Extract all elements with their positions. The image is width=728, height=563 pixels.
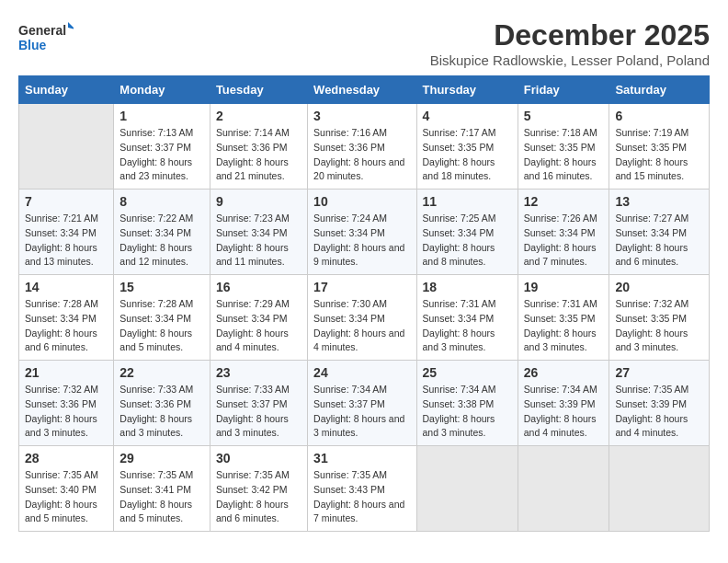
weekday-header-friday: Friday <box>518 76 609 104</box>
calendar-week-row: 21Sunrise: 7:32 AMSunset: 3:36 PMDayligh… <box>19 361 710 446</box>
day-number: 2 <box>216 109 301 123</box>
calendar-day-cell: 31Sunrise: 7:35 AMSunset: 3:43 PMDayligh… <box>308 446 416 532</box>
weekday-header-thursday: Thursday <box>416 76 518 104</box>
calendar-day-cell: 1Sunrise: 7:13 AMSunset: 3:37 PMDaylight… <box>114 104 210 190</box>
day-number: 17 <box>313 280 410 294</box>
calendar-day-cell: 30Sunrise: 7:35 AMSunset: 3:42 PMDayligh… <box>210 446 307 532</box>
day-info: Sunrise: 7:31 AMSunset: 3:34 PMDaylight:… <box>423 297 512 355</box>
calendar-week-row: 28Sunrise: 7:35 AMSunset: 3:40 PMDayligh… <box>19 446 710 532</box>
day-info: Sunrise: 7:14 AMSunset: 3:36 PMDaylight:… <box>216 126 301 184</box>
logo-svg: General Blue <box>18 18 74 59</box>
day-number: 24 <box>313 365 410 380</box>
day-info: Sunrise: 7:35 AMSunset: 3:39 PMDaylight:… <box>615 383 703 441</box>
day-info: Sunrise: 7:35 AMSunset: 3:42 PMDaylight:… <box>216 468 301 526</box>
day-info: Sunrise: 7:34 AMSunset: 3:38 PMDaylight:… <box>423 383 512 441</box>
day-number: 10 <box>313 194 410 209</box>
day-info: Sunrise: 7:35 AMSunset: 3:43 PMDaylight:… <box>313 468 410 526</box>
day-info: Sunrise: 7:32 AMSunset: 3:35 PMDaylight:… <box>615 297 703 355</box>
day-info: Sunrise: 7:28 AMSunset: 3:34 PMDaylight:… <box>25 297 108 355</box>
day-info: Sunrise: 7:26 AMSunset: 3:34 PMDaylight:… <box>524 212 604 270</box>
calendar-week-row: 14Sunrise: 7:28 AMSunset: 3:34 PMDayligh… <box>19 275 710 361</box>
day-info: Sunrise: 7:29 AMSunset: 3:34 PMDaylight:… <box>216 297 301 355</box>
day-number: 21 <box>25 365 108 380</box>
day-number: 16 <box>216 280 301 294</box>
day-number: 5 <box>524 109 604 123</box>
calendar-day-cell: 28Sunrise: 7:35 AMSunset: 3:40 PMDayligh… <box>19 446 114 532</box>
calendar-day-cell: 4Sunrise: 7:17 AMSunset: 3:35 PMDaylight… <box>416 104 518 190</box>
calendar-day-cell: 26Sunrise: 7:34 AMSunset: 3:39 PMDayligh… <box>518 361 609 446</box>
calendar-day-cell: 21Sunrise: 7:32 AMSunset: 3:36 PMDayligh… <box>19 361 114 446</box>
calendar-day-cell: 3Sunrise: 7:16 AMSunset: 3:36 PMDaylight… <box>308 104 416 190</box>
weekday-header-saturday: Saturday <box>609 76 710 104</box>
calendar-day-cell <box>416 446 518 532</box>
day-number: 7 <box>25 194 108 209</box>
month-title: December 2025 <box>430 18 710 52</box>
day-info: Sunrise: 7:16 AMSunset: 3:36 PMDaylight:… <box>313 126 410 184</box>
day-number: 6 <box>615 109 703 123</box>
calendar-day-cell <box>518 446 609 532</box>
day-number: 4 <box>423 109 512 123</box>
day-number: 13 <box>615 194 703 209</box>
day-info: Sunrise: 7:18 AMSunset: 3:35 PMDaylight:… <box>524 126 604 184</box>
day-number: 8 <box>119 194 204 209</box>
day-info: Sunrise: 7:25 AMSunset: 3:34 PMDaylight:… <box>423 212 512 270</box>
calendar-day-cell: 15Sunrise: 7:28 AMSunset: 3:34 PMDayligh… <box>114 275 210 361</box>
calendar-day-cell: 27Sunrise: 7:35 AMSunset: 3:39 PMDayligh… <box>609 361 710 446</box>
day-info: Sunrise: 7:35 AMSunset: 3:41 PMDaylight:… <box>119 468 204 526</box>
day-number: 25 <box>423 365 512 380</box>
day-info: Sunrise: 7:34 AMSunset: 3:37 PMDaylight:… <box>313 383 410 441</box>
day-info: Sunrise: 7:24 AMSunset: 3:34 PMDaylight:… <box>313 212 410 270</box>
day-info: Sunrise: 7:33 AMSunset: 3:37 PMDaylight:… <box>216 383 301 441</box>
calendar-day-cell: 11Sunrise: 7:25 AMSunset: 3:34 PMDayligh… <box>416 190 518 275</box>
title-block: December 2025 Biskupice Radlowskie, Less… <box>430 18 710 68</box>
weekday-header-tuesday: Tuesday <box>210 76 307 104</box>
day-number: 23 <box>216 365 301 380</box>
day-number: 11 <box>423 194 512 209</box>
day-info: Sunrise: 7:17 AMSunset: 3:35 PMDaylight:… <box>423 126 512 184</box>
day-number: 9 <box>216 194 301 209</box>
day-number: 19 <box>524 280 604 294</box>
day-number: 14 <box>25 280 108 294</box>
day-number: 30 <box>216 451 301 465</box>
calendar-day-cell: 2Sunrise: 7:14 AMSunset: 3:36 PMDaylight… <box>210 104 307 190</box>
calendar-day-cell: 7Sunrise: 7:21 AMSunset: 3:34 PMDaylight… <box>19 190 114 275</box>
calendar-day-cell: 18Sunrise: 7:31 AMSunset: 3:34 PMDayligh… <box>416 275 518 361</box>
day-number: 29 <box>119 451 204 465</box>
calendar-day-cell: 13Sunrise: 7:27 AMSunset: 3:34 PMDayligh… <box>609 190 710 275</box>
weekday-header-monday: Monday <box>114 76 210 104</box>
day-info: Sunrise: 7:23 AMSunset: 3:34 PMDaylight:… <box>216 212 301 270</box>
calendar-day-cell: 29Sunrise: 7:35 AMSunset: 3:41 PMDayligh… <box>114 446 210 532</box>
day-number: 28 <box>25 451 108 465</box>
calendar-day-cell <box>19 104 114 190</box>
calendar-day-cell: 22Sunrise: 7:33 AMSunset: 3:36 PMDayligh… <box>114 361 210 446</box>
day-number: 18 <box>423 280 512 294</box>
day-number: 12 <box>524 194 604 209</box>
calendar-table: SundayMondayTuesdayWednesdayThursdayFrid… <box>18 75 710 532</box>
day-info: Sunrise: 7:27 AMSunset: 3:34 PMDaylight:… <box>615 212 703 270</box>
calendar-day-cell: 9Sunrise: 7:23 AMSunset: 3:34 PMDaylight… <box>210 190 307 275</box>
calendar-day-cell: 10Sunrise: 7:24 AMSunset: 3:34 PMDayligh… <box>308 190 416 275</box>
svg-text:Blue: Blue <box>18 38 47 52</box>
location: Biskupice Radlowskie, Lesser Poland, Pol… <box>430 52 710 68</box>
weekday-header-row: SundayMondayTuesdayWednesdayThursdayFrid… <box>19 76 710 104</box>
calendar-day-cell: 19Sunrise: 7:31 AMSunset: 3:35 PMDayligh… <box>518 275 609 361</box>
calendar-week-row: 1Sunrise: 7:13 AMSunset: 3:37 PMDaylight… <box>19 104 710 190</box>
svg-text:General: General <box>18 23 66 38</box>
calendar-day-cell: 5Sunrise: 7:18 AMSunset: 3:35 PMDaylight… <box>518 104 609 190</box>
day-number: 26 <box>524 365 604 380</box>
day-number: 22 <box>119 365 204 380</box>
day-info: Sunrise: 7:31 AMSunset: 3:35 PMDaylight:… <box>524 297 604 355</box>
day-info: Sunrise: 7:13 AMSunset: 3:37 PMDaylight:… <box>119 126 204 184</box>
calendar-day-cell: 24Sunrise: 7:34 AMSunset: 3:37 PMDayligh… <box>308 361 416 446</box>
day-info: Sunrise: 7:30 AMSunset: 3:34 PMDaylight:… <box>313 297 410 355</box>
day-info: Sunrise: 7:19 AMSunset: 3:35 PMDaylight:… <box>615 126 703 184</box>
day-info: Sunrise: 7:21 AMSunset: 3:34 PMDaylight:… <box>25 212 108 270</box>
logo: General Blue <box>18 18 74 59</box>
page-header: General Blue December 2025 Biskupice Rad… <box>18 18 710 68</box>
day-info: Sunrise: 7:34 AMSunset: 3:39 PMDaylight:… <box>524 383 604 441</box>
day-info: Sunrise: 7:32 AMSunset: 3:36 PMDaylight:… <box>25 383 108 441</box>
day-number: 3 <box>313 109 410 123</box>
day-info: Sunrise: 7:22 AMSunset: 3:34 PMDaylight:… <box>119 212 204 270</box>
calendar-day-cell: 20Sunrise: 7:32 AMSunset: 3:35 PMDayligh… <box>609 275 710 361</box>
calendar-day-cell: 25Sunrise: 7:34 AMSunset: 3:38 PMDayligh… <box>416 361 518 446</box>
